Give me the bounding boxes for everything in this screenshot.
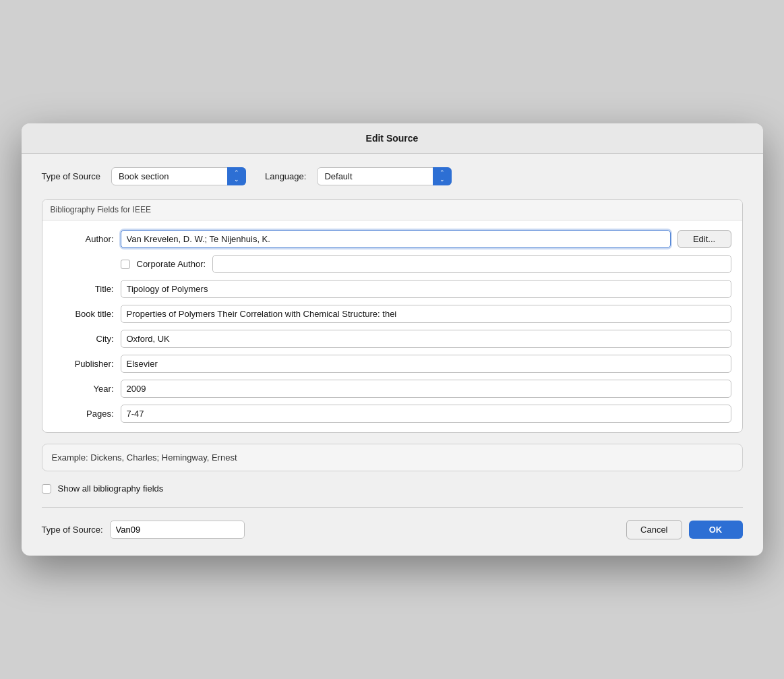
dialog-titlebar: Edit Source	[22, 123, 763, 154]
corporate-author-row: Corporate Author:	[121, 255, 731, 273]
pages-input[interactable]	[121, 405, 731, 423]
bib-fields: Author: Edit... Corporate Author: Title:	[42, 220, 742, 432]
type-of-source-label: Type of Source	[42, 171, 100, 181]
city-row: City:	[53, 330, 731, 348]
pages-label: Pages:	[53, 409, 114, 419]
type-of-source-bottom-label: Type of Source:	[42, 525, 103, 535]
title-label: Title:	[53, 284, 114, 294]
language-select-wrapper: Default	[317, 167, 452, 185]
publisher-row: Publisher:	[53, 355, 731, 373]
bottom-row: Type of Source: Cancel OK	[42, 520, 743, 539]
source-type-select-wrapper: Book section	[111, 167, 246, 185]
dialog-title: Edit Source	[366, 133, 419, 144]
year-row: Year:	[53, 380, 731, 398]
bib-header: Bibliography Fields for IEEE	[42, 200, 742, 220]
year-input[interactable]	[121, 380, 731, 398]
divider	[42, 507, 743, 508]
ok-button[interactable]: OK	[689, 521, 743, 539]
book-title-row: Book title:	[53, 305, 731, 323]
corporate-author-label: Corporate Author:	[137, 259, 206, 269]
pages-row: Pages:	[53, 405, 731, 423]
city-input[interactable]	[121, 330, 731, 348]
corporate-author-checkbox[interactable]	[121, 260, 130, 269]
corporate-author-input[interactable]	[212, 255, 731, 273]
year-label: Year:	[53, 384, 114, 394]
example-box: Example: Dickens, Charles; Hemingway, Er…	[42, 444, 743, 471]
language-select[interactable]: Default	[317, 167, 452, 185]
book-title-label: Book title:	[53, 309, 114, 319]
show-all-label: Show all bibliography fields	[58, 483, 164, 494]
language-label: Language:	[265, 171, 306, 181]
show-all-row: Show all bibliography fields	[42, 483, 743, 494]
bib-section: Bibliography Fields for IEEE Author: Edi…	[42, 199, 743, 433]
show-all-checkbox[interactable]	[42, 484, 51, 494]
title-input[interactable]	[121, 280, 731, 298]
edit-author-button[interactable]: Edit...	[677, 230, 731, 248]
title-row: Title:	[53, 280, 731, 298]
source-type-select[interactable]: Book section	[111, 167, 246, 185]
type-source-row: Type of Source Book section Language: De…	[42, 167, 743, 185]
author-row: Author: Edit...	[53, 230, 731, 248]
author-input[interactable]	[121, 230, 671, 248]
dialog-body: Type of Source Book section Language: De…	[22, 154, 763, 556]
publisher-label: Publisher:	[53, 359, 114, 369]
type-of-source-bottom-input[interactable]	[110, 521, 245, 539]
cancel-button[interactable]: Cancel	[626, 520, 682, 539]
city-label: City:	[53, 334, 114, 344]
publisher-input[interactable]	[121, 355, 731, 373]
edit-source-dialog: Edit Source Type of Source Book section …	[22, 123, 763, 556]
book-title-input[interactable]	[121, 305, 731, 323]
author-label: Author:	[53, 234, 114, 244]
